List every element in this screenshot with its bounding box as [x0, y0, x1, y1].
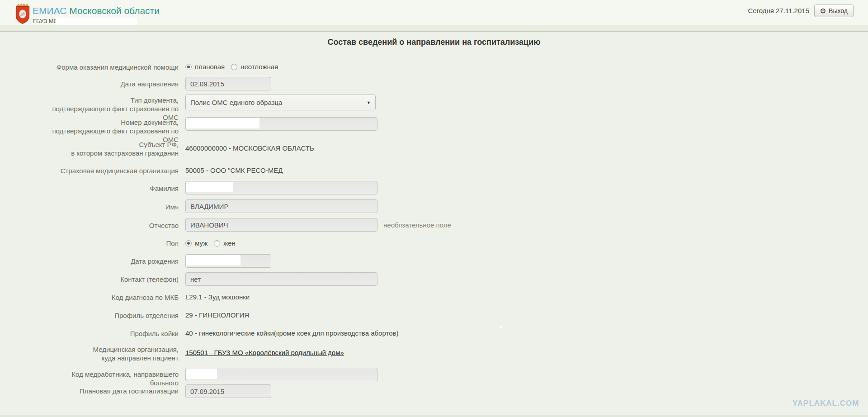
form-row-target-org: Медицинская организация, куда направлен … — [52, 345, 821, 363]
contact-input[interactable]: нет — [185, 272, 377, 286]
form-row-birth-date: Дата рождения — [52, 254, 821, 272]
org-prefix-label: ГБУЗ МО — [33, 18, 58, 24]
form-row-referrer-code: Код медработника, направившего больного — [52, 368, 821, 386]
brand-region: Московской области — [69, 5, 160, 16]
bed-profile-value: 40 - гинекологические койки(кроме коек д… — [185, 329, 398, 337]
insurance-org-value: 50005 - ООО "СМК РЕСО-МЕД — [185, 166, 283, 174]
field-label: Пол — [52, 239, 179, 247]
gender-radio-group: муж жен — [185, 239, 236, 247]
field-label: Отчество — [52, 221, 179, 230]
radio-female[interactable] — [214, 240, 220, 246]
redaction-overlay — [186, 182, 233, 192]
field-label: Форма оказания медицинской помощи — [52, 63, 179, 71]
radio-female-label: жен — [223, 239, 236, 247]
optional-field-note: необязательное поле — [383, 221, 451, 229]
crown-shape — [17, 4, 28, 6]
field-label: Профиль отделения — [52, 311, 179, 320]
moscow-oblast-emblem-logo — [14, 3, 32, 24]
middle-name-value: ИВАНОВИЧ — [190, 221, 228, 229]
field-label: Плановая дата госпитализации — [52, 387, 179, 395]
care-form-radio-group: плановая неотложная — [185, 63, 278, 71]
referrer-code-input[interactable] — [185, 368, 377, 381]
radio-urgent[interactable] — [231, 64, 237, 70]
form-row-first-name: Имя ВЛАДИМИР — [52, 199, 821, 218]
logout-button[interactable]: Выход — [814, 5, 854, 17]
header: ЕМИАСМосковской области ГБУЗ МО Сегодня … — [0, 0, 868, 25]
brand: ЕМИАСМосковской области — [33, 5, 160, 16]
planned-date-input[interactable]: 07.09.2015 — [185, 384, 271, 398]
cursor-artifact-dot — [500, 326, 502, 328]
diagnosis-value: L29.1 - Зуд мошонки — [185, 293, 250, 301]
form-row-contact: Контакт (телефон) нет — [52, 272, 821, 290]
watermark: YAPLAKAL.COM — [793, 399, 859, 408]
field-label: Дата рождения — [52, 257, 179, 265]
form-row-diagnosis: Код диагноза по МКБ L29.1 - Зуд мошонки — [52, 293, 821, 311]
chevron-down-icon: ▼ — [367, 100, 371, 105]
field-label: Контакт (телефон) — [52, 275, 179, 284]
emias-referral-page: ЕМИАСМосковской области ГБУЗ МО Сегодня … — [0, 0, 868, 417]
field-label: Профиль койки — [52, 329, 179, 338]
rf-subject-value: 46000000000 - МОСКОВСКАЯ ОБЛАСТЬ — [185, 144, 314, 152]
bottom-strip — [0, 415, 868, 417]
contact-value: нет — [190, 275, 201, 283]
power-icon — [820, 8, 826, 14]
form-row-doc-number: Номер документа, подтверждающего факт ст… — [52, 117, 821, 135]
today-date-label: Сегодня 27.11.2015 — [748, 7, 809, 14]
brand-app-name: ЕМИАС — [33, 5, 66, 16]
target-org-link[interactable]: 150501 - ГБУЗ МО «Королёвский родильный … — [185, 349, 344, 356]
field-label: Субъект РФ, в котором застрахован гражда… — [52, 140, 179, 157]
form-row-last-name: Фамилия — [52, 181, 821, 199]
birth-date-input[interactable] — [185, 254, 271, 268]
doc-number-input[interactable] — [185, 117, 377, 131]
radio-urgent-label: неотложная — [241, 63, 278, 71]
radio-planned-label: плановая — [195, 63, 225, 71]
field-label: Код диагноза по МКБ — [52, 293, 179, 302]
first-name-value: ВЛАДИМИР — [190, 203, 228, 210]
logout-label: Выход — [829, 7, 848, 14]
field-label: Медицинская организация, куда направлен … — [52, 345, 179, 362]
redaction-overlay — [186, 369, 217, 379]
radio-planned[interactable] — [185, 64, 192, 70]
form-row-rf-subject: Субъект РФ, в котором застрахован гражда… — [52, 140, 821, 158]
radio-male[interactable] — [185, 240, 192, 246]
doc-type-selected-value: Полис ОМС единого образца — [190, 99, 282, 106]
form-row-department-profile: Профиль отделения 29 - ГИНЕКОЛОГИЯ — [52, 311, 821, 329]
page-title: Состав сведений о направлении на госпита… — [0, 38, 868, 47]
department-profile-value: 29 - ГИНЕКОЛОГИЯ — [185, 311, 249, 319]
planned-date-value: 07.09.2015 — [190, 388, 224, 395]
form-row-bed-profile: Профиль койки 40 - гинекологические койк… — [52, 329, 821, 347]
middle-name-input[interactable]: ИВАНОВИЧ — [185, 218, 377, 232]
field-label: Фамилия — [52, 184, 179, 193]
radio-male-label: муж — [195, 239, 208, 247]
form-row-middle-name: Отчество ИВАНОВИЧ необязательное поле — [52, 218, 821, 236]
first-name-input[interactable]: ВЛАДИМИР — [185, 199, 377, 213]
field-label: Имя — [52, 203, 179, 211]
doc-type-select[interactable]: Полис ОМС единого образца ▼ — [185, 95, 376, 110]
form-row-doc-type: Тип документа, подтверждающего факт стра… — [52, 95, 821, 113]
form-row-referral-date: Дата направления 02.09.2015 — [52, 77, 821, 95]
form-row-planned-date: Плановая дата госпитализации 07.09.2015 — [52, 384, 821, 403]
field-label: Дата направления — [52, 80, 179, 88]
redaction-overlay — [186, 255, 241, 265]
referral-date-value: 02.09.2015 — [190, 80, 224, 88]
redaction-overlay — [186, 118, 259, 128]
header-band — [0, 25, 868, 32]
field-label: Страховая медицинская организация — [52, 166, 179, 175]
last-name-input[interactable] — [185, 181, 377, 194]
referral-date-input[interactable]: 02.09.2015 — [185, 77, 271, 90]
